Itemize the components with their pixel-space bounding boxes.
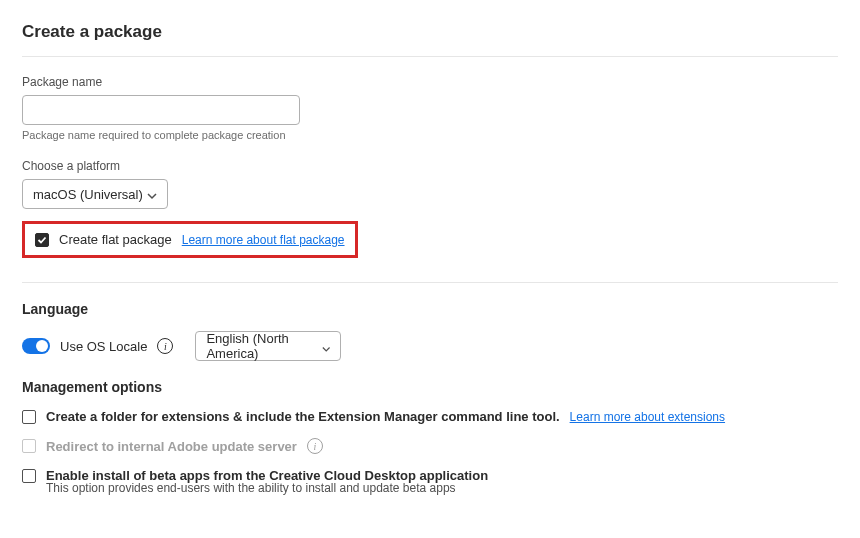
platform-label: Choose a platform	[22, 159, 838, 173]
extensions-option: Create a folder for extensions & include…	[22, 409, 838, 424]
beta-checkbox[interactable]	[22, 469, 36, 483]
extensions-link[interactable]: Learn more about extensions	[570, 410, 725, 424]
management-section: Management options Create a folder for e…	[22, 379, 838, 495]
chevron-down-icon	[147, 189, 157, 199]
divider-wrap	[22, 282, 838, 283]
divider	[22, 56, 838, 57]
platform-select[interactable]: macOS (Universal)	[22, 179, 168, 209]
info-icon[interactable]: i	[157, 338, 173, 354]
extensions-label: Create a folder for extensions & include…	[46, 409, 560, 424]
language-section: Language Use OS Locale i English (North …	[22, 301, 838, 361]
extensions-checkbox[interactable]	[22, 410, 36, 424]
os-locale-toggle[interactable]	[22, 338, 50, 354]
package-name-section: Package name Package name required to co…	[22, 75, 838, 141]
flat-package-link[interactable]: Learn more about flat package	[182, 233, 345, 247]
redirect-checkbox	[22, 439, 36, 453]
platform-section: Choose a platform macOS (Universal) Crea…	[22, 159, 838, 258]
package-name-label: Package name	[22, 75, 838, 89]
language-value: English (North America)	[206, 331, 322, 361]
package-name-helper: Package name required to complete packag…	[22, 129, 838, 141]
info-icon[interactable]: i	[307, 438, 323, 454]
flat-package-highlight: Create flat package Learn more about fla…	[22, 221, 358, 258]
language-select[interactable]: English (North America)	[195, 331, 341, 361]
redirect-option: Redirect to internal Adobe update server…	[22, 438, 838, 454]
flat-package-checkbox[interactable]	[35, 233, 49, 247]
chevron-down-icon	[322, 341, 330, 351]
management-heading: Management options	[22, 379, 838, 395]
language-heading: Language	[22, 301, 838, 317]
redirect-label: Redirect to internal Adobe update server	[46, 439, 297, 454]
flat-package-label: Create flat package	[59, 232, 172, 247]
divider	[22, 282, 838, 283]
platform-value: macOS (Universal)	[33, 187, 143, 202]
beta-sublabel: This option provides end-users with the …	[46, 481, 838, 495]
page-title: Create a package	[22, 22, 838, 42]
package-name-input[interactable]	[22, 95, 300, 125]
os-locale-label: Use OS Locale	[60, 339, 147, 354]
